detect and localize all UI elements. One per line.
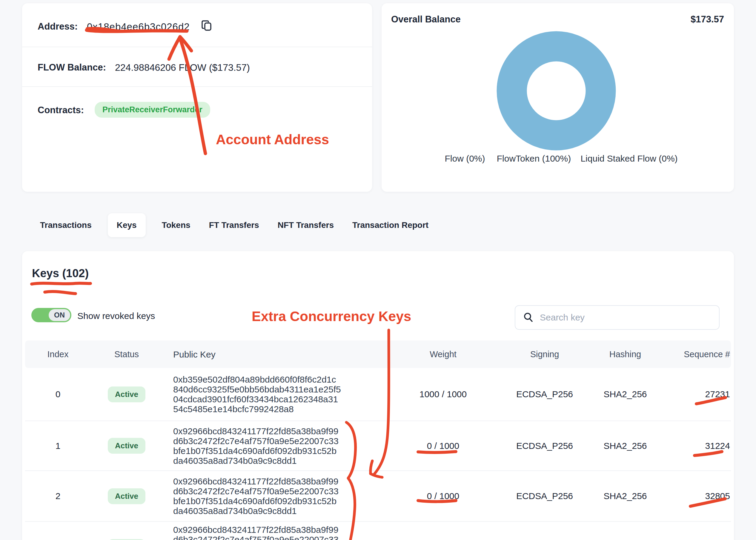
public-key: 0x92966bcd843241177f22fd85a38ba9f99 d6b3… <box>162 426 378 466</box>
table-row[interactable]: 2 Active 0x92966bcd843241177f22fd85a38ba… <box>25 471 731 521</box>
donut-ring-flowtoken <box>512 46 601 135</box>
search-key-input[interactable] <box>540 313 712 323</box>
tab-ft-transfers[interactable]: FT Transfers <box>207 213 262 237</box>
key-signing: ECDSA_P256 <box>509 441 581 451</box>
flow-balance-value: 224.98846206 FLOW ($173.57) <box>115 62 250 73</box>
legend-flow: Flow (0%) <box>445 154 485 164</box>
key-sequence: 32805 <box>670 491 730 501</box>
legend-flowtoken: FlowToken (100%) <box>497 154 571 164</box>
keys-section-card: Keys (102) ON Show revoked keys Index St… <box>22 251 734 540</box>
account-info-card: Address: 0x18eb4ee6b3c026d2 FLOW Balance… <box>22 3 372 192</box>
annotation-account-address: Account Address <box>216 131 329 148</box>
divider <box>22 47 372 47</box>
key-status: Active <box>91 488 162 504</box>
key-signing: ECDSA_P256 <box>509 491 581 501</box>
contract-badge[interactable]: PrivateReceiverForwarder <box>95 102 210 118</box>
copy-address-button[interactable] <box>201 19 214 34</box>
divider <box>22 86 372 87</box>
col-sequence: Sequence # <box>670 349 730 359</box>
annotation-extra-concurrency-keys: Extra Concurrency Keys <box>252 308 411 324</box>
flow-balance-label: FLOW Balance: <box>38 62 106 73</box>
table-row[interactable]: 0 Active 0xb359e502df804a89bdd660f0f8f6c… <box>25 368 731 421</box>
col-hashing: Hashing <box>581 349 670 359</box>
overall-balance-card: Overall Balance $173.57 Flow (0%) FlowTo… <box>381 3 734 192</box>
tab-transaction-report[interactable]: Transaction Report <box>350 213 431 237</box>
status-badge: Active <box>108 488 146 504</box>
key-status: Active <box>91 438 162 454</box>
tab-keys[interactable]: Keys <box>108 213 146 237</box>
keys-table-header: Index Status Public Key Weight Signing H… <box>25 340 731 368</box>
key-hashing: SHA2_256 <box>581 441 670 451</box>
col-index: Index <box>25 349 91 359</box>
copy-icon <box>201 19 214 33</box>
table-row[interactable]: 3 Active 0x92966bcd843241177f22fd85a38ba… <box>25 521 731 540</box>
status-badge: Active <box>108 386 146 402</box>
col-public-key: Public Key <box>162 349 378 359</box>
page: Address: 0x18eb4ee6b3c026d2 FLOW Balance… <box>0 0 756 540</box>
key-weight: 1000 / 1000 <box>378 389 509 399</box>
keys-table-body: 0 Active 0xb359e502df804a89bdd660f0f8f6c… <box>25 368 731 540</box>
status-badge: Active <box>108 438 146 454</box>
tab-nft-transfers[interactable]: NFT Transfers <box>275 213 336 237</box>
col-signing: Signing <box>509 349 581 359</box>
public-key: 0xb359e502df804a89bdd660f0f8f6c2d1c 840d… <box>162 374 378 414</box>
keys-section-title: Keys (102) <box>32 267 89 280</box>
contracts-label: Contracts: <box>38 105 84 116</box>
show-revoked-keys-toggle[interactable]: ON <box>31 308 71 322</box>
address-value[interactable]: 0x18eb4ee6b3c026d2 <box>87 21 190 33</box>
key-weight: 0 / 1000 <box>378 441 509 451</box>
col-status: Status <box>91 349 162 359</box>
tab-bar: Transactions Keys Tokens FT Transfers NF… <box>22 210 431 240</box>
legend-liquid-staked-flow: Liquid Staked Flow (0%) <box>581 154 678 164</box>
search-key-box[interactable] <box>515 305 719 330</box>
key-index: 1 <box>25 441 91 451</box>
key-status: Active <box>91 539 162 540</box>
key-weight: 0 / 1000 <box>378 491 509 501</box>
show-revoked-keys-label: Show revoked keys <box>77 311 155 321</box>
key-sequence: 27231 <box>670 389 730 399</box>
status-badge: Active <box>108 539 146 540</box>
toggle-knob[interactable]: ON <box>49 309 70 321</box>
tab-transactions[interactable]: Transactions <box>38 213 94 237</box>
key-sequence: 31224 <box>670 441 730 451</box>
public-key: 0x92966bcd843241177f22fd85a38ba9f99 d6b3… <box>162 522 378 540</box>
address-label: Address: <box>38 21 78 32</box>
key-hashing: SHA2_256 <box>581 389 670 399</box>
table-row[interactable]: 1 Active 0x92966bcd843241177f22fd85a38ba… <box>25 421 731 471</box>
tab-tokens[interactable]: Tokens <box>160 213 193 237</box>
key-status: Active <box>91 386 162 402</box>
public-key: 0x92966bcd843241177f22fd85a38ba9f99 d6b3… <box>162 476 378 516</box>
key-signing: ECDSA_P256 <box>509 389 581 399</box>
key-index: 2 <box>25 491 91 501</box>
key-hashing: SHA2_256 <box>581 491 670 501</box>
search-icon <box>522 312 534 324</box>
key-index: 0 <box>25 389 91 399</box>
col-weight: Weight <box>378 349 509 359</box>
